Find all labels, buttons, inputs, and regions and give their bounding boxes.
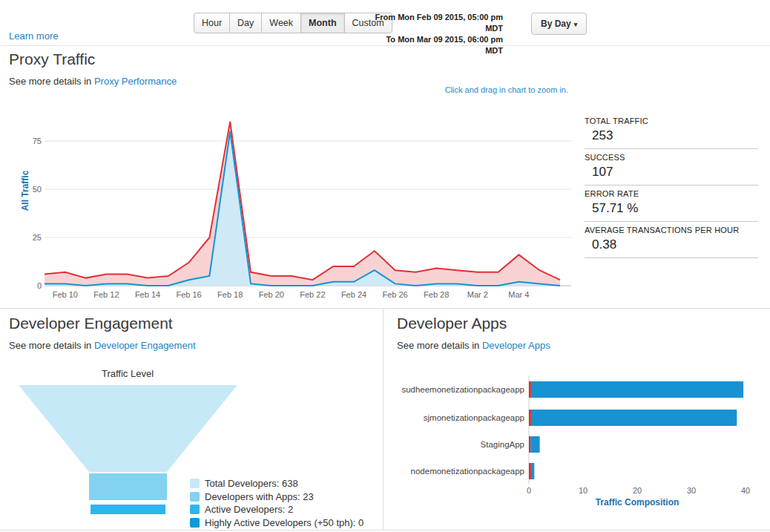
range-button-hour[interactable]: Hour (194, 13, 230, 33)
proxy-traffic-chart[interactable]: 0255075Feb 10Feb 12Feb 14Feb 16Feb 18Feb… (0, 99, 582, 301)
apps-bar-chart: 010203040sudheemonetizationpackageappsjm… (384, 374, 770, 519)
developer-apps-title: Developer Apps (397, 315, 507, 332)
stat-value: 107 (585, 165, 758, 180)
legend-swatch-icon (190, 479, 200, 488)
svg-text:Traffic Composition: Traffic Composition (596, 497, 679, 508)
svg-text:Feb 26: Feb 26 (382, 290, 407, 299)
svg-text:0: 0 (37, 281, 42, 290)
stat-value: 253 (585, 128, 758, 143)
svg-text:nodemonetizationpackageapp: nodemonetizationpackageapp (411, 467, 524, 476)
traffic-stats-panel: TOTAL TRAFFIC 253 SUCCESS 107 ERROR RATE… (585, 113, 758, 258)
svg-text:0: 0 (527, 486, 531, 495)
range-button-group: Hour Day Week Month Custom (194, 13, 392, 33)
svg-text:Mar 4: Mar 4 (508, 290, 529, 299)
zoom-hint: Click and drag in chart to zoom in. (0, 85, 568, 94)
stat-label: ERROR RATE (585, 189, 758, 198)
svg-text:30: 30 (687, 486, 696, 495)
stat-value: 57.71 % (585, 201, 758, 216)
funnel-legend: Total Developers: 638 Developers with Ap… (190, 477, 363, 529)
stat-label: TOTAL TRAFFIC (585, 116, 758, 125)
developer-apps-section: Developer Apps See more details in Devel… (384, 309, 770, 530)
svg-text:Feb 14: Feb 14 (135, 290, 160, 299)
proxy-traffic-section: Proxy Traffic See more details in Proxy … (0, 46, 770, 308)
legend-swatch-icon (190, 505, 200, 514)
caret-down-icon: ▾ (574, 21, 578, 28)
legend-swatch-icon (190, 518, 200, 528)
legend-label: Highly Active Developers (+50 tph): 0 (205, 517, 363, 528)
developer-engagement-link[interactable]: Developer Engagement (94, 340, 196, 351)
stat-row: AVERAGE TRANSACTIONS PER HOUR 0.38 (585, 222, 758, 258)
svg-text:75: 75 (33, 137, 42, 145)
details-prefix: See more details in (397, 340, 482, 351)
range-button-week[interactable]: Week (261, 13, 301, 33)
svg-text:20: 20 (633, 486, 642, 495)
legend-item: Highly Active Developers (+50 tph): 0 (190, 516, 363, 530)
stat-label: AVERAGE TRANSACTIONS PER HOUR (585, 226, 758, 234)
svg-text:Feb 28: Feb 28 (424, 290, 449, 299)
developer-apps-details: See more details in Developer Apps (397, 340, 550, 351)
group-by-dropdown[interactable]: By Day▾ (531, 13, 587, 35)
group-by-label: By Day (541, 19, 571, 29)
svg-text:Feb 12: Feb 12 (93, 290, 119, 299)
details-prefix: See more details in (9, 340, 94, 351)
developer-apps-link[interactable]: Developer Apps (482, 340, 550, 351)
learn-more-link[interactable]: Learn more (9, 30, 58, 42)
svg-text:10: 10 (579, 486, 588, 495)
svg-text:40: 40 (741, 486, 750, 495)
legend-swatch-icon (190, 492, 200, 502)
developer-engagement-details: See more details in Developer Engagement (9, 340, 196, 351)
svg-text:sjmonetizationpackageapp: sjmonetizationpackageapp (424, 413, 524, 422)
svg-text:Feb 22: Feb 22 (300, 290, 325, 299)
svg-text:sudheemonetizationpackageapp: sudheemonetizationpackageapp (401, 385, 524, 394)
analytics-dashboard: Learn more Hour Day Week Month Custom Fr… (0, 0, 770, 532)
svg-text:Feb 10: Feb 10 (53, 290, 78, 299)
stat-value: 0.38 (585, 237, 758, 252)
svg-text:Feb 16: Feb 16 (176, 290, 201, 299)
legend-item: Active Developers: 2 (190, 503, 363, 516)
stat-row: ERROR RATE 57.71 % (585, 185, 758, 222)
date-from: From Mon Feb 09 2015, 05:00 pm MDT (369, 12, 503, 34)
svg-text:Feb 24: Feb 24 (341, 290, 366, 299)
svg-text:Feb 18: Feb 18 (217, 290, 243, 299)
svg-text:25: 25 (33, 233, 42, 242)
svg-text:Feb 20: Feb 20 (259, 290, 284, 299)
legend-label: Active Developers: 2 (205, 504, 293, 515)
legend-item: Developers with Apps: 23 (190, 490, 363, 504)
proxy-traffic-title: Proxy Traffic (9, 50, 95, 68)
svg-text:50: 50 (33, 185, 42, 194)
bottom-panels: Developer Engagement See more details in… (0, 308, 770, 531)
svg-text:Mar 2: Mar 2 (467, 290, 488, 299)
range-button-day[interactable]: Day (229, 13, 262, 33)
topbar: Learn more Hour Day Week Month Custom Fr… (0, 0, 770, 46)
legend-label: Developers with Apps: 23 (205, 491, 314, 502)
svg-text:StagingApp: StagingApp (481, 440, 524, 449)
legend-item: Total Developers: 638 (190, 477, 363, 490)
legend-label: Total Developers: 638 (205, 478, 298, 489)
developer-engagement-section: Developer Engagement See more details in… (0, 309, 384, 530)
stat-row: TOTAL TRAFFIC 253 (585, 113, 758, 149)
range-button-month[interactable]: Month (300, 13, 344, 33)
developer-engagement-title: Developer Engagement (9, 315, 173, 332)
funnel-title: Traffic Level (9, 368, 246, 379)
stat-row: SUCCESS 107 (585, 149, 758, 185)
stat-label: SUCCESS (585, 153, 758, 162)
